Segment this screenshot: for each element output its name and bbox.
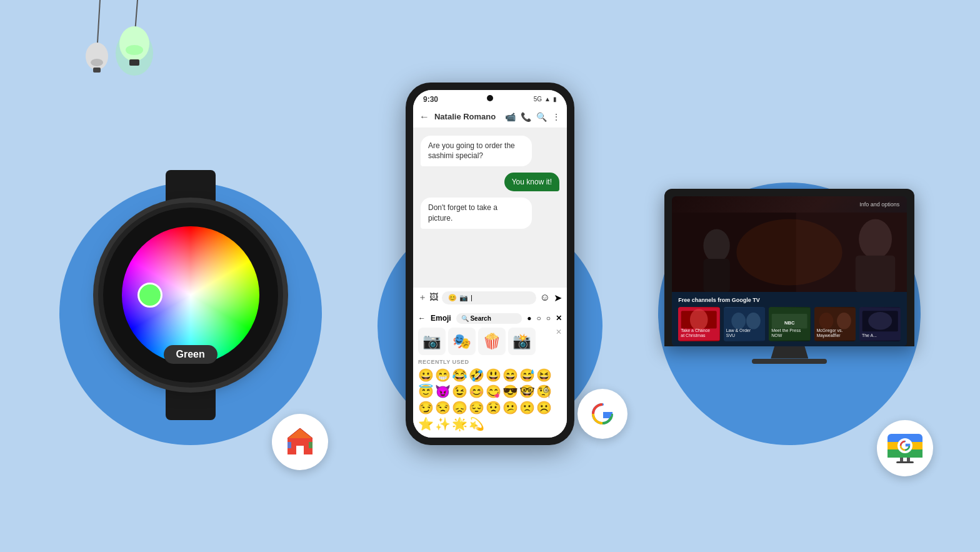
google-tv-badge[interactable] — [877, 420, 933, 476]
emoji-title: Emoji — [431, 314, 451, 323]
svg-point-32 — [731, 313, 746, 329]
watch-color-label: Green — [164, 345, 218, 364]
emoji-😔[interactable]: 😔 — [469, 400, 484, 415]
gboard-badge[interactable] — [578, 389, 628, 439]
emoji-face-icon[interactable]: 😊 — [448, 294, 457, 302]
emoji-😏[interactable]: 😏 — [418, 400, 434, 415]
emoji-🌟[interactable]: 🌟 — [452, 416, 468, 431]
tv-channel-card-5[interactable]: The A... — [859, 307, 901, 341]
emoji-😀[interactable]: 😀 — [418, 368, 434, 383]
phone-screen: 9:30 5G ▲ ▮ ← Natalie Romano 📹 📞 🔍 — [413, 90, 567, 438]
battery-icon: ▮ — [553, 96, 557, 103]
emoji-search-field[interactable]: 🔍 Search — [456, 313, 522, 324]
svg-point-33 — [746, 313, 761, 329]
signal-icon: ▲ — [544, 96, 551, 103]
svg-point-43 — [868, 312, 892, 329]
phone-call-icon[interactable]: 📞 — [521, 112, 531, 122]
tv-screen: Info and options — [672, 196, 907, 346]
emoji-😟[interactable]: 😟 — [486, 400, 501, 415]
emoji-😃[interactable]: 😃 — [486, 368, 501, 383]
emoji-panel: ← Emoji 🔍 Search ● ○ ○ ✕ 📷 🎭 — [413, 308, 567, 438]
emoji-😄[interactable]: 😄 — [502, 368, 518, 383]
emoji-😇[interactable]: 😇 — [418, 384, 434, 399]
tv-hero-section — [672, 213, 907, 292]
media-icon[interactable]: 🖼 — [429, 292, 438, 303]
back-button[interactable]: ← — [419, 111, 429, 123]
emoji-💫[interactable]: 💫 — [469, 416, 484, 431]
search-icon[interactable]: 🔍 — [536, 112, 547, 122]
emoji-icon[interactable]: ☺ — [540, 292, 550, 303]
tv-channel-card-4[interactable]: vs. McGregor vs.Mayweather — [814, 307, 856, 341]
svg-point-26 — [737, 219, 842, 285]
tv-device: Info and options — [664, 189, 914, 364]
google-home-badge[interactable] — [272, 414, 328, 470]
channel-5-label: The A... — [862, 333, 877, 338]
tv-channel-card-1[interactable]: Take a Chanceat Christmas — [678, 307, 719, 341]
emoji-dot-2: ○ — [536, 314, 541, 323]
emoji-🤓[interactable]: 🤓 — [519, 384, 535, 399]
emoji-🧐[interactable]: 🧐 — [536, 384, 552, 399]
svg-rect-49 — [888, 454, 922, 458]
svg-point-50 — [898, 438, 912, 453]
right-panel-tv: Info and options — [639, 58, 939, 495]
emoji-😎[interactable]: 😎 — [502, 384, 518, 399]
emoji-🤣[interactable]: 🤣 — [469, 368, 484, 383]
emoji-row-1: 😀 😁 😂 🤣 😃 😄 😅 😆 — [418, 368, 562, 383]
emoji-☹[interactable]: ☹️ — [536, 400, 552, 415]
emoji-recent-row: 📷 🎭 🍿 📸 ✕ — [418, 328, 562, 355]
emoji-🙁[interactable]: 🙁 — [519, 400, 535, 415]
cursor: | — [471, 294, 472, 301]
channel-2-label: Law & OrderSVU — [726, 328, 751, 339]
recent-emoji-1[interactable]: 📷 — [418, 328, 446, 355]
emoji-✨[interactable]: ✨ — [435, 416, 451, 431]
emoji-close-x[interactable]: ✕ — [556, 314, 562, 323]
tv-top-bar: Info and options — [672, 196, 907, 213]
emoji-😂[interactable]: 😂 — [452, 368, 468, 383]
chat-input-field[interactable]: 😊 📷 | — [442, 291, 536, 304]
emoji-😅[interactable]: 😅 — [519, 368, 535, 383]
emoji-😊[interactable]: 😊 — [469, 384, 484, 399]
emoji-😈[interactable]: 😈 — [435, 384, 451, 399]
chat-attach-icons: ＋ 🖼 — [418, 292, 438, 303]
chat-input-bar: ＋ 🖼 😊 📷 | ☺ ➤ — [413, 287, 567, 308]
emoji-😋[interactable]: 😋 — [486, 384, 501, 399]
google-home-icon — [282, 424, 318, 459]
svg-point-24 — [704, 229, 730, 262]
message-text: You know it! — [512, 178, 552, 186]
tv-channel-card-3[interactable]: NBC Meet the PressNOW — [769, 307, 810, 341]
message-text: Are you going to order the sashimi speci… — [428, 141, 515, 161]
emoji-😒[interactable]: 😒 — [435, 400, 451, 415]
main-panels: Green — [0, 0, 980, 552]
emoji-😕[interactable]: 😕 — [502, 400, 518, 415]
svg-rect-17 — [309, 442, 312, 448]
emoji-😞[interactable]: 😞 — [452, 400, 468, 415]
center-panel-phone: 9:30 5G ▲ ▮ ← Natalie Romano 📹 📞 🔍 — [371, 26, 609, 501]
emoji-close-recent[interactable]: ✕ — [556, 328, 562, 355]
tv-channel-card-2[interactable]: Law & OrderSVU — [724, 307, 765, 341]
color-selector[interactable] — [138, 283, 162, 308]
emoji-row-4: ⭐ ✨ 🌟 💫 — [418, 416, 562, 431]
video-call-icon[interactable]: 📹 — [505, 112, 516, 122]
svg-text:NBC: NBC — [784, 319, 795, 325]
emoji-⭐[interactable]: ⭐ — [418, 416, 434, 431]
recent-emoji-3[interactable]: 🍿 — [478, 328, 506, 355]
send-icon[interactable]: ➤ — [554, 292, 562, 304]
add-icon[interactable]: ＋ — [418, 292, 427, 303]
recent-emoji-4[interactable]: 📸 — [508, 328, 536, 355]
channel-3-label: Meet the PressNOW — [771, 328, 801, 339]
color-wheel[interactable] — [122, 226, 259, 364]
emoji-recently-used-label: RECENTLY USED — [418, 359, 562, 365]
emoji-😉[interactable]: 😉 — [452, 384, 468, 399]
camera-icon[interactable]: 📷 — [459, 294, 468, 302]
emoji-back-button[interactable]: ← — [418, 314, 426, 323]
tv-base — [752, 359, 827, 364]
svg-rect-23 — [856, 255, 896, 291]
emoji-😆[interactable]: 😆 — [536, 368, 552, 383]
gboard-icon — [587, 398, 618, 429]
more-options-icon[interactable]: ⋮ — [552, 112, 561, 122]
emoji-search-placeholder: Search — [470, 315, 491, 322]
recent-emoji-2[interactable]: 🎭 — [448, 328, 476, 355]
emoji-😁[interactable]: 😁 — [435, 368, 451, 383]
emoji-row-2: 😇 😈 😉 😊 😋 😎 🤓 🧐 — [418, 384, 562, 399]
svg-point-38 — [819, 313, 833, 329]
